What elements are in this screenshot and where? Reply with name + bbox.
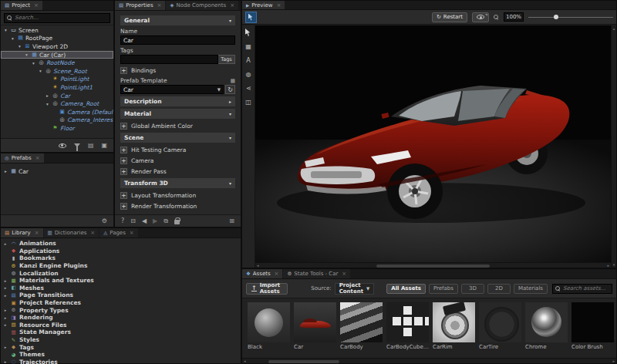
visibility-menu-button[interactable]: [472, 12, 489, 22]
filter-button-3d[interactable]: 3D: [461, 284, 484, 294]
text-tool[interactable]: A: [244, 56, 254, 65]
library-item-state-managers[interactable]: ▥ State Managers: [1, 329, 241, 336]
close-icon[interactable]: ×: [34, 2, 39, 8]
import-assets-button[interactable]: ↑ Import Assets: [246, 283, 288, 295]
library-item-animations[interactable]: ▸ ◠ Animations: [1, 240, 241, 248]
tab-properties[interactable]: ▤ Properties ×: [115, 1, 165, 10]
tree-item-rootnode[interactable]: ▾ ◎ RootNode: [1, 59, 113, 67]
back-icon[interactable]: ◀: [142, 217, 147, 224]
asset-thumbnail[interactable]: [479, 302, 521, 342]
expander-icon[interactable]: ▸: [3, 169, 8, 174]
close-icon[interactable]: ×: [276, 2, 281, 8]
close-icon[interactable]: ×: [342, 271, 346, 277]
section-general[interactable]: General ▾: [120, 15, 235, 25]
zoom-slider-thumb[interactable]: [554, 15, 558, 19]
preview-vscrollbar[interactable]: ▴ ▾: [611, 25, 616, 268]
preview-hscroll-thumb[interactable]: [376, 265, 491, 268]
assets-search-input[interactable]: [563, 285, 609, 292]
asset-thumbnail[interactable]: [294, 302, 336, 342]
tab-library[interactable]: ▤ Library ×: [1, 228, 43, 238]
expander-icon[interactable]: ▾: [45, 102, 50, 106]
asset-card-carrim[interactable]: CarRim: [433, 302, 475, 350]
asset-card-color-brush[interactable]: Color Brush: [571, 302, 614, 350]
library-item-bookmarks[interactable]: ▮ Bookmarks: [1, 254, 241, 262]
close-icon[interactable]: ×: [35, 155, 40, 161]
expander-icon[interactable]: ▸: [3, 345, 8, 349]
close-icon[interactable]: ×: [230, 2, 234, 8]
library-item-trajectories[interactable]: ▸ ◌ Trajectories: [1, 359, 241, 364]
visibility-icon[interactable]: [59, 143, 66, 148]
filter-button-prefabs[interactable]: Prefabs: [429, 284, 458, 294]
filter-button-all-assets[interactable]: All Assets: [386, 284, 426, 294]
tree-item-camera-default[interactable]: ▣ Camera (Default): [1, 108, 113, 116]
expander-icon[interactable]: ▸: [3, 315, 8, 320]
world-tool[interactable]: ◍: [244, 69, 254, 79]
asset-card-chrome[interactable]: Chrome: [525, 302, 568, 350]
tree-item-rootpage[interactable]: ▾ ▤ RootPage: [1, 35, 113, 43]
section-transform3d[interactable]: Transform 3D ▾: [120, 178, 235, 188]
expander-icon[interactable]: ▸: [3, 322, 8, 327]
tree-item-car-car[interactable]: ▾ ▦ Car (Car): [1, 51, 113, 59]
library-item-styles[interactable]: ✎ Styles: [1, 336, 241, 344]
property-add-row[interactable]: + Render Transformation: [120, 201, 235, 211]
tags-button[interactable]: Tags: [218, 55, 235, 64]
lock-icon[interactable]: [174, 217, 180, 224]
asset-thumbnail[interactable]: [248, 302, 290, 342]
plus-icon[interactable]: +: [120, 203, 127, 210]
tree-item-camera-root[interactable]: ▾ ◎ Camera_Root: [1, 99, 113, 108]
expander-icon[interactable]: ▸: [3, 293, 8, 298]
expander-icon[interactable]: ▸: [45, 93, 50, 98]
library-item-localization[interactable]: ◍ Localization: [1, 269, 241, 277]
tree-item-pointlight[interactable]: ☀ PointLight: [1, 76, 113, 84]
gear-icon[interactable]: ⚙: [102, 217, 107, 224]
property-add-row[interactable]: + Camera: [120, 156, 235, 165]
close-icon[interactable]: ×: [130, 230, 134, 236]
tags-field[interactable]: [120, 55, 218, 64]
library-item-meshes[interactable]: ▸ ◧ Meshes: [1, 285, 241, 292]
tab-dictionaries[interactable]: ▥ Dictionaries ×: [44, 228, 99, 238]
prefab-template-dropdown[interactable]: Car ▼: [120, 85, 224, 94]
expander-icon[interactable]: ▸: [3, 241, 8, 246]
close-icon[interactable]: ×: [275, 271, 279, 277]
asset-thumbnail[interactable]: [386, 302, 429, 342]
library-item-rendering[interactable]: ▸ ◨ Rendering: [1, 314, 241, 322]
grid-icon[interactable]: ▦: [230, 78, 235, 84]
assets-hscroll-thumb[interactable]: [268, 360, 339, 363]
preview-viewport[interactable]: [255, 25, 611, 268]
property-add-row[interactable]: + Global Ambient Color: [120, 121, 235, 130]
library-item-property-types[interactable]: ▸ ⚙ Property Types: [1, 306, 241, 314]
tab-project[interactable]: ▤ Project ×: [1, 1, 42, 10]
section-material[interactable]: Material ▾: [120, 109, 235, 119]
expander-icon[interactable]: ▾: [3, 28, 8, 32]
plus-icon[interactable]: +: [120, 123, 127, 130]
collapse-icon[interactable]: ⊟: [130, 217, 136, 224]
library-item-applications[interactable]: ◆ Applications: [1, 248, 241, 255]
bindings-row[interactable]: + Bindings: [120, 66, 235, 75]
close-icon[interactable]: ×: [157, 2, 162, 8]
asset-card-car[interactable]: Car: [294, 302, 336, 350]
forward-icon[interactable]: ▶: [153, 217, 157, 224]
section-description[interactable]: Description ▸: [120, 96, 235, 106]
plus-icon[interactable]: +: [120, 147, 127, 153]
expander-icon[interactable]: ▾: [31, 61, 36, 66]
asset-thumbnail[interactable]: [525, 302, 568, 342]
project-search-box[interactable]: [4, 13, 110, 23]
expander-icon[interactable]: ▾: [17, 44, 22, 49]
select-tool[interactable]: [244, 28, 254, 37]
reset-button[interactable]: ↻: [225, 85, 235, 94]
plus-icon[interactable]: +: [120, 157, 127, 164]
expander-icon[interactable]: ▾: [10, 36, 15, 41]
camera-tool[interactable]: ◫: [244, 97, 254, 106]
tree-item-viewport-2d[interactable]: ▾ ⊠ Viewport 2D: [1, 42, 113, 51]
grid-tool[interactable]: ▦: [244, 42, 254, 51]
tab-state-tools[interactable]: ⚙ State Tools - Car ×: [283, 269, 350, 278]
tab-node-components[interactable]: ◈ Node Components ×: [166, 1, 238, 10]
tab-preview[interactable]: ▶ Preview ×: [242, 1, 285, 9]
assets-hscrollbar[interactable]: ◂ ▸: [242, 358, 616, 363]
tree-item-screen[interactable]: ▾ ▭ Screen: [1, 26, 113, 35]
asset-card-carbody[interactable]: CarBody: [340, 302, 383, 350]
close-icon[interactable]: ×: [90, 230, 95, 236]
property-add-row[interactable]: + Render Pass: [120, 167, 235, 176]
asset-thumbnail[interactable]: [571, 302, 614, 342]
library-item-page-transitions[interactable]: ▸ ▤ Page Transitions: [1, 292, 241, 299]
